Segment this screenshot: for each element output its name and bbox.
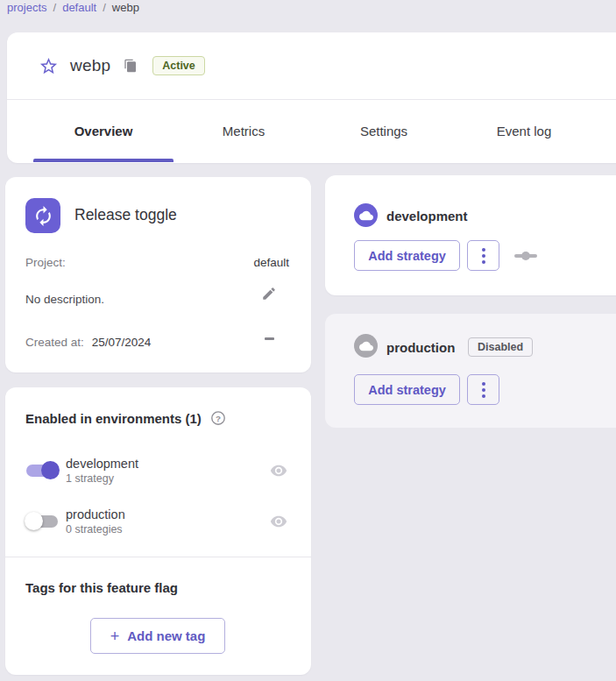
copy-name-icon[interactable] (124, 59, 138, 73)
tab-metrics[interactable]: Metrics (173, 100, 314, 162)
project-row: Project: default (25, 256, 289, 269)
page-title: webp (70, 56, 110, 75)
environment-panel-title: development (386, 209, 468, 223)
environment-name: development (66, 457, 138, 471)
tags-heading: Tags for this feature flag (25, 580, 178, 595)
breadcrumb-link-default[interactable]: default (62, 1, 96, 14)
tab-bar: Overview Metrics Settings Event log (7, 100, 616, 162)
tab-settings[interactable]: Settings (314, 100, 454, 162)
toggle-production[interactable] (25, 512, 60, 531)
kebab-menu-button[interactable] (467, 240, 499, 271)
status-badge: Active (152, 56, 205, 75)
environment-strategy-count: 0 strategies (66, 523, 125, 536)
visibility-eye-icon[interactable] (270, 462, 287, 479)
project-value: default (253, 256, 289, 269)
description-text: No description. (25, 293, 104, 306)
feature-title-row: webp Active (7, 32, 616, 100)
favorite-star-icon[interactable] (39, 56, 59, 76)
created-label: Created at: (25, 336, 84, 349)
environment-panel-development: development Add strategy (325, 175, 616, 295)
breadcrumb-separator: / (103, 1, 106, 14)
environment-row-production: production 0 strategies (25, 501, 287, 542)
cloud-icon (354, 334, 378, 358)
section-divider (5, 557, 311, 557)
breadcrumb-link-projects[interactable]: projects (7, 1, 47, 14)
add-strategy-button[interactable]: Add strategy (354, 374, 460, 405)
tab-event-log[interactable]: Event log (454, 100, 594, 162)
environment-panel-title: production (386, 340, 455, 355)
add-strategy-button[interactable]: Add strategy (354, 240, 460, 271)
strategy-slider-icon (514, 252, 537, 260)
environment-panel-production: production Disabled Add strategy (325, 314, 616, 428)
kebab-menu-button[interactable] (467, 374, 499, 405)
edit-description-icon[interactable] (261, 286, 277, 301)
breadcrumb: projects / default / webp (7, 1, 139, 14)
disabled-badge: Disabled (468, 337, 533, 357)
environment-strategy-count: 1 strategy (66, 472, 138, 485)
visibility-eye-icon[interactable] (270, 513, 287, 530)
svg-text:?: ? (216, 414, 221, 423)
help-icon[interactable]: ? (210, 410, 226, 426)
feature-header-card: webp Active Overview Metrics Settings Ev… (7, 32, 616, 163)
environment-name: production (66, 507, 125, 521)
flag-type-card: Release toggle Project: default No descr… (5, 177, 311, 372)
flag-type-title: Release toggle (74, 206, 177, 224)
add-new-tag-button[interactable]: + Add new tag (90, 618, 225, 654)
dash-indicator (265, 337, 274, 340)
environments-heading: Enabled in environments (1) ? (25, 410, 226, 426)
project-label: Project: (25, 256, 66, 269)
toggle-development[interactable] (25, 461, 60, 480)
created-value: 25/07/2024 (92, 336, 152, 349)
environment-row-development: development 1 strategy (25, 450, 287, 491)
cloud-icon (354, 203, 378, 227)
breadcrumb-current: webp (112, 1, 139, 14)
tab-overview[interactable]: Overview (33, 100, 173, 162)
environments-card: Enabled in environments (1) ? developmen… (5, 387, 311, 675)
created-row: Created at: 25/07/2024 (25, 336, 151, 349)
plus-icon: + (110, 628, 120, 644)
autorenew-icon (25, 198, 60, 233)
breadcrumb-separator: / (53, 1, 57, 14)
